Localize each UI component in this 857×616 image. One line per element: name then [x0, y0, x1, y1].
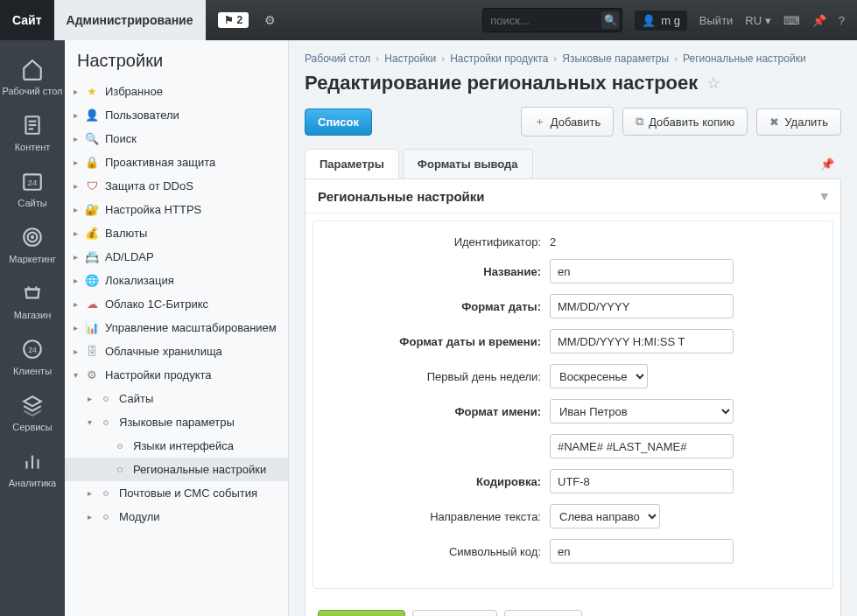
content-area: Рабочий стол›Настройки›Настройки продукт… [289, 40, 857, 616]
tree-item-12[interactable]: ▾⚙Настройки продукта [65, 363, 288, 387]
breadcrumb-link[interactable]: Региональные настройки [683, 52, 806, 65]
tree-item-18[interactable]: ▸Модули [65, 505, 288, 528]
tree-item-2[interactable]: ▸🔍Поиск [65, 127, 288, 150]
mainnav-analytics[interactable]: Аналитика [0, 441, 65, 497]
chevron-right-icon: › [553, 52, 557, 65]
svg-text:24: 24 [28, 346, 37, 354]
admin-tab[interactable]: Администрирование [54, 0, 206, 40]
cancel-button[interactable]: Отменить [504, 610, 582, 616]
tree-item-4[interactable]: ▸🛡Защита от DDoS [65, 174, 288, 198]
mainnav-desktop[interactable]: Рабочий стол [0, 49, 65, 105]
list-button[interactable]: Список [305, 108, 372, 136]
tree-item-5[interactable]: ▸🔐Настройка HTTPS [65, 198, 288, 221]
storage-icon: 🗄 [84, 345, 100, 358]
name-format-template-input[interactable] [550, 434, 734, 458]
save-button[interactable]: Сохранить [318, 610, 405, 616]
breadcrumb-link[interactable]: Языковые параметры [562, 52, 669, 65]
direction-select[interactable]: Слева направо [550, 504, 660, 528]
charset-input[interactable] [550, 469, 734, 494]
tree-item-13[interactable]: ▸Сайты [65, 387, 288, 410]
logout-link[interactable]: Выйти [699, 14, 734, 27]
shield-icon: 🛡 [84, 179, 100, 192]
code-input[interactable] [550, 539, 734, 564]
tree-label: Языки интерфейса [133, 439, 234, 452]
copy-button[interactable]: ⧉Добавить копию [622, 108, 748, 136]
tree-label: Поиск [105, 132, 137, 145]
tree-item-7[interactable]: ▸📇AD/LDAP [65, 245, 288, 269]
tree-item-0[interactable]: ▸★Избранное [65, 80, 288, 103]
tree-item-14[interactable]: ▾Языковые параметры [65, 410, 288, 434]
cloud-icon: ☁ [84, 298, 100, 311]
mainnav-sites[interactable]: 24Сайты [0, 161, 65, 217]
settings-panel: Региональные настройки ▾ Идентификатор: … [305, 179, 841, 616]
main-nav: Рабочий столКонтент24СайтыМаркетингМагаз… [0, 40, 65, 616]
mainnav-services[interactable]: Сервисы [0, 385, 65, 441]
tab-params[interactable]: Параметры [305, 149, 399, 178]
https-icon: 🔐 [84, 203, 100, 216]
id-value: 2 [550, 235, 824, 248]
tree-arrow: ▸ [70, 323, 81, 332]
tabs-pin-icon[interactable]: 📌 [813, 150, 841, 178]
tree-item-1[interactable]: ▸👤Пользователи [65, 103, 288, 127]
tree-arrow: ▸ [70, 228, 81, 238]
tree-label: Избранное [105, 85, 163, 98]
collapse-icon[interactable]: ▾ [821, 188, 828, 204]
tree-label: Региональные настройки [133, 463, 266, 476]
tree-item-9[interactable]: ▸☁Облако 1С-Битрикс [65, 292, 288, 316]
tree-arrow: ▾ [70, 370, 81, 380]
name-format-select[interactable]: Иван Петров [550, 399, 734, 424]
tree-item-10[interactable]: ▸📊Управление масштабированием [65, 316, 288, 340]
tree-label: AD/LDAP [105, 250, 154, 263]
search-wrap: 🔍 [482, 8, 622, 32]
apply-button[interactable]: Применить [412, 610, 497, 616]
tab-formats[interactable]: Форматы вывода [403, 149, 533, 178]
star-icon: ★ [84, 85, 100, 98]
tree-item-15[interactable]: Языки интерфейса [65, 434, 288, 458]
tree-item-8[interactable]: ▸🌐Локализация [65, 269, 288, 292]
breadcrumb-link[interactable]: Настройки [384, 52, 436, 65]
favorite-star-icon[interactable]: ☆ [706, 74, 720, 93]
date-format-input[interactable] [550, 294, 734, 318]
mainnav-store[interactable]: Магазин [0, 273, 65, 329]
datetime-format-input[interactable] [550, 329, 734, 354]
search-icon: 🔍 [84, 132, 100, 145]
breadcrumb: Рабочий стол›Настройки›Настройки продукт… [305, 52, 841, 65]
mainnav-marketing[interactable]: Маркетинг [0, 217, 65, 273]
mainnav-clients[interactable]: 24Клиенты [0, 329, 65, 385]
pin-icon[interactable]: 📌 [812, 14, 826, 27]
delete-button[interactable]: ✖Удалить [756, 108, 841, 136]
first-day-select[interactable]: Воскресенье [550, 364, 648, 388]
mainnav-content[interactable]: Контент [0, 105, 65, 161]
settings-gear-icon[interactable]: ⚙ [264, 13, 276, 27]
lang-selector[interactable]: RU ▾ [745, 14, 770, 27]
sidebar-title: Настройки [65, 51, 288, 80]
tree-item-16[interactable]: Региональные настройки [65, 458, 288, 481]
search-button[interactable]: 🔍 [601, 11, 619, 29]
chevron-right-icon: › [674, 52, 678, 65]
tree-item-11[interactable]: ▸🗄Облачные хранилища [65, 340, 288, 363]
tree-arrow: ▸ [84, 512, 95, 522]
tree-item-17[interactable]: ▸Почтовые и СМС события [65, 481, 288, 505]
notification-badge[interactable]: ⚑ 2 [218, 12, 249, 28]
form-body: Идентификатор: 2 Название: Формат даты: … [313, 220, 833, 589]
tree-item-3[interactable]: ▸🔒Проактивная защита [65, 150, 288, 174]
tree-arrow: ▸ [70, 110, 81, 120]
first-day-label: Первый день недели: [322, 370, 550, 383]
breadcrumb-link[interactable]: Рабочий стол [305, 52, 370, 65]
name-input[interactable] [550, 259, 734, 284]
tree-arrow: ▸ [84, 394, 95, 403]
bullet-icon [112, 444, 128, 449]
add-button[interactable]: ＋Добавить [521, 107, 614, 136]
keyboard-icon[interactable]: ⌨ [783, 14, 800, 27]
svg-text:24: 24 [28, 178, 38, 187]
help-icon[interactable]: ? [839, 14, 845, 27]
tree-arrow: ▸ [70, 205, 81, 214]
user-label: m g [661, 14, 680, 27]
ad-icon: 📇 [84, 250, 100, 263]
tree-item-6[interactable]: ▸💰Валюты [65, 221, 288, 245]
plus-icon: ＋ [534, 114, 545, 130]
tree-label: Настройки продукта [105, 368, 212, 382]
site-tab[interactable]: Сайт [0, 0, 54, 40]
user-menu[interactable]: 👤 m g [635, 10, 687, 31]
breadcrumb-link[interactable]: Настройки продукта [450, 52, 548, 65]
